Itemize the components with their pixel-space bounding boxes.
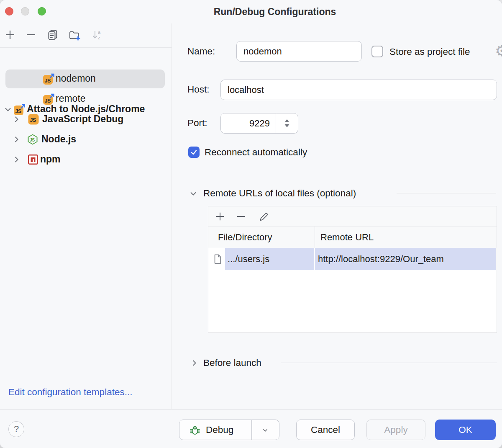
- npm-icon: [28, 154, 38, 165]
- section-rule: [397, 193, 496, 193]
- ok-button-label: OK: [458, 425, 472, 435]
- minus-icon: [25, 29, 37, 41]
- port-input[interactable]: [221, 113, 276, 133]
- file-icon: [213, 254, 222, 265]
- apply-button-label: Apply: [384, 425, 407, 435]
- tree-item-label: npm: [40, 154, 61, 165]
- new-folder-button[interactable]: [67, 27, 82, 42]
- sort-configurations-button: a z: [90, 27, 105, 42]
- remove-configuration-button[interactable]: [23, 27, 38, 42]
- add-configuration-button[interactable]: [3, 27, 18, 42]
- remote-urls-section-header[interactable]: Remote URLs of local files (optional): [188, 188, 498, 199]
- new-folder-icon: [68, 28, 81, 41]
- sort-alphabetically-icon: a z: [91, 29, 103, 41]
- footer-divider: [0, 409, 502, 409]
- store-as-project-file-checkbox[interactable]: [371, 46, 383, 57]
- port-spinner: [220, 113, 298, 134]
- table-edit-button[interactable]: [255, 208, 272, 225]
- svg-text:JS: JS: [30, 117, 36, 123]
- tree-item-label: remote: [56, 93, 86, 104]
- chevron-right-icon[interactable]: [11, 134, 21, 144]
- table-header-row: File/Directory Remote URL: [208, 227, 497, 248]
- zoom-window-button[interactable]: [38, 7, 46, 15]
- column-header-file-directory[interactable]: File/Directory: [218, 232, 272, 243]
- run-debug-configurations-dialog: Run/Debug Configurations a z: [0, 0, 502, 448]
- window-title: Run/Debug Configurations: [214, 6, 336, 18]
- column-divider[interactable]: [315, 227, 315, 248]
- tree-item-label: nodemon: [56, 73, 96, 84]
- port-label: Port:: [187, 118, 207, 129]
- cancel-button[interactable]: Cancel: [296, 420, 355, 440]
- debug-button-label: Debug: [206, 425, 233, 435]
- plus-icon: [4, 29, 16, 41]
- sidebar-toolbar-divider: [0, 47, 172, 48]
- reconnect-automatically-label: Reconnect automatically: [205, 147, 307, 158]
- gear-icon[interactable]: ⚙: [495, 44, 502, 59]
- chevron-right-icon[interactable]: [11, 114, 21, 124]
- table-toolbar: [208, 206, 497, 227]
- tree-item-javascript-debug[interactable]: JS JavaScript Debug: [0, 109, 172, 129]
- stepper-up-icon[interactable]: [284, 119, 290, 123]
- name-input[interactable]: [236, 41, 362, 62]
- chevron-right-icon[interactable]: [189, 358, 199, 368]
- before-launch-section-title: Before launch: [203, 358, 261, 368]
- debug-button[interactable]: Debug: [179, 420, 279, 440]
- url-cell-text: http://localhost:9229/Our_team: [318, 254, 444, 265]
- chevron-down-icon: [261, 426, 269, 434]
- minimize-window-button: [21, 7, 29, 15]
- checkmark-icon: [190, 148, 198, 157]
- javascript-icon: JS: [28, 114, 39, 125]
- column-header-remote-url[interactable]: Remote URL: [320, 232, 374, 243]
- table-add-button[interactable]: [212, 208, 228, 225]
- svg-text:a: a: [98, 30, 101, 35]
- debug-dropdown-button[interactable]: [251, 420, 279, 440]
- apply-button: Apply: [366, 420, 425, 440]
- title-bar: Run/Debug Configurations: [0, 0, 502, 23]
- ok-button[interactable]: OK: [435, 420, 496, 440]
- section-rule: [281, 363, 497, 363]
- tree-item-npm[interactable]: npm: [0, 149, 172, 169]
- minus-icon: [236, 211, 246, 222]
- pencil-icon: [258, 211, 269, 222]
- reconnect-automatically-checkbox[interactable]: [188, 147, 200, 158]
- cancel-button-label: Cancel: [311, 425, 340, 435]
- remote-urls-section-title: Remote URLs of local files (optional): [203, 188, 356, 199]
- attach-nodejs-chrome-icon: JS: [42, 92, 56, 105]
- svg-text:z: z: [98, 35, 100, 40]
- file-cell-text: .../users.js: [228, 254, 269, 265]
- copy-configuration-button[interactable]: [45, 27, 60, 42]
- bug-icon: [190, 425, 200, 435]
- tree-item-nodejs[interactable]: JS Node.js: [0, 129, 172, 149]
- svg-text:JS: JS: [30, 137, 35, 142]
- store-as-project-file-label: Store as project file: [389, 46, 470, 57]
- table-row[interactable]: .../users.js http://localhost:9229/Our_t…: [208, 248, 497, 270]
- svg-text:JS: JS: [45, 98, 51, 104]
- host-label: Host:: [187, 84, 210, 95]
- help-question-mark: ?: [14, 424, 19, 435]
- tree-item-label: JavaScript Debug: [42, 113, 123, 125]
- attach-nodejs-chrome-icon: JS: [42, 72, 56, 85]
- table-remove-button[interactable]: [233, 208, 249, 225]
- nodejs-icon: JS: [27, 134, 38, 145]
- help-button[interactable]: ?: [8, 421, 24, 437]
- stepper-down-icon[interactable]: [284, 124, 290, 128]
- close-window-button[interactable]: [5, 7, 13, 15]
- tree-item-label: Node.js: [41, 134, 76, 145]
- name-label: Name:: [187, 46, 215, 57]
- tree-item-remote[interactable]: JS remote: [0, 89, 172, 108]
- remote-urls-table: File/Directory Remote URL .../users.js h…: [208, 206, 497, 333]
- edit-configuration-templates-link[interactable]: Edit configuration templates...: [8, 387, 132, 398]
- table-cell-url[interactable]: http://localhost:9229/Our_team: [315, 248, 496, 270]
- copy-icon: [47, 29, 59, 41]
- before-launch-section-header[interactable]: Before launch: [189, 358, 498, 368]
- port-stepper[interactable]: [276, 113, 298, 133]
- table-cell-file[interactable]: .../users.js: [225, 248, 314, 270]
- plus-icon: [215, 211, 225, 222]
- tree-item-attach-group[interactable]: JS Attach to Node.js/Chrome: [0, 50, 172, 69]
- svg-text:JS: JS: [45, 78, 51, 84]
- sidebar-main-divider: [172, 23, 172, 409]
- chevron-right-icon[interactable]: [11, 154, 21, 165]
- chevron-down-icon[interactable]: [188, 188, 198, 198]
- host-input[interactable]: [220, 80, 497, 100]
- tree-item-nodemon[interactable]: JS nodemon: [0, 69, 172, 88]
